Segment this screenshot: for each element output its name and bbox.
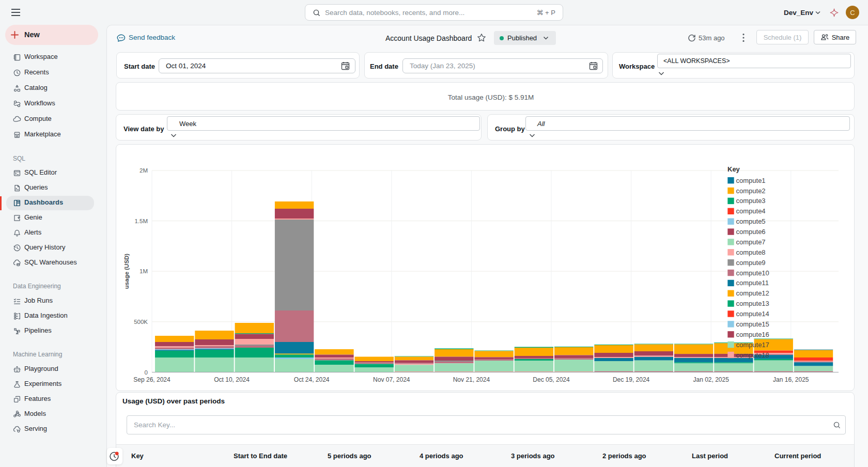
- svg-text:Dec 19, 2024: Dec 19, 2024: [613, 376, 650, 383]
- svg-text:compute9: compute9: [736, 259, 766, 267]
- svg-text:Dec 05, 2024: Dec 05, 2024: [533, 376, 570, 383]
- svg-text:Sep 26, 2024: Sep 26, 2024: [133, 376, 171, 383]
- svg-text:compute4: compute4: [736, 207, 766, 215]
- svg-text:Jan 16, 2025: Jan 16, 2025: [773, 376, 809, 383]
- svg-text:Nov 07, 2024: Nov 07, 2024: [373, 376, 410, 383]
- svg-text:compute5: compute5: [736, 217, 766, 225]
- svg-text:1.5M: 1.5M: [134, 218, 148, 224]
- svg-text:Jan 02, 2025: Jan 02, 2025: [693, 376, 729, 383]
- svg-text:compute6: compute6: [736, 228, 766, 236]
- svg-text:compute16: compute16: [736, 331, 769, 338]
- svg-text:Nov 21, 2024: Nov 21, 2024: [453, 376, 490, 383]
- svg-text:1M: 1M: [140, 268, 148, 274]
- svg-text:compute7: compute7: [736, 238, 766, 246]
- svg-text:compute12: compute12: [736, 289, 769, 297]
- svg-text:compute11: compute11: [736, 279, 769, 287]
- svg-text:compute14: compute14: [736, 310, 769, 318]
- svg-text:usage (USD): usage (USD): [123, 254, 130, 289]
- svg-text:compute1: compute1: [736, 177, 766, 184]
- svg-text:compute13: compute13: [736, 300, 769, 307]
- svg-text:Oct 10, 2024: Oct 10, 2024: [214, 376, 250, 383]
- svg-text:compute15: compute15: [736, 320, 769, 328]
- svg-text:2M: 2M: [140, 167, 148, 174]
- svg-text:compute18: compute18: [736, 351, 769, 359]
- svg-text:compute10: compute10: [736, 269, 769, 277]
- svg-text:compute2: compute2: [736, 187, 766, 195]
- svg-text:compute8: compute8: [736, 248, 766, 256]
- svg-text:compute3: compute3: [736, 197, 766, 205]
- svg-text:Oct 24, 2024: Oct 24, 2024: [294, 376, 330, 383]
- svg-text:compute17: compute17: [736, 341, 769, 349]
- svg-text:500K: 500K: [134, 319, 148, 325]
- svg-text:0: 0: [145, 369, 148, 376]
- svg-text:Key: Key: [727, 165, 740, 173]
